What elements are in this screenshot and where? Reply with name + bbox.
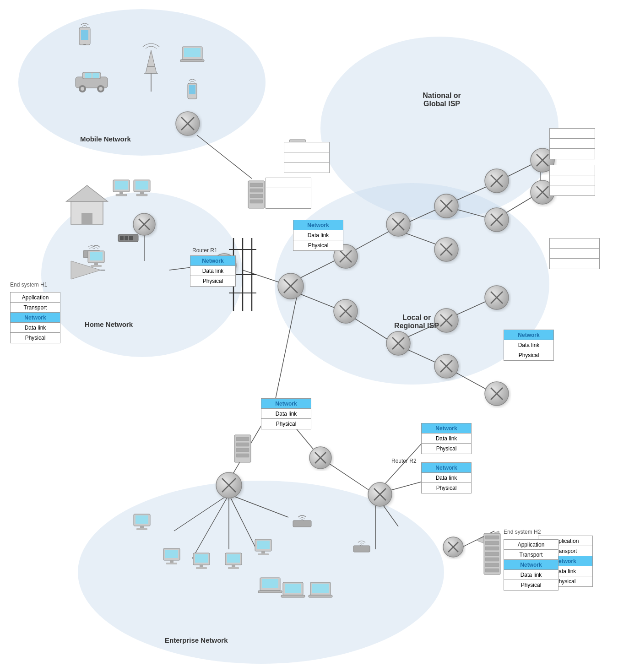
svg-point-86 (434, 354, 458, 378)
snr1-r3 (550, 149, 595, 159)
svg-rect-144 (134, 514, 150, 526)
router-home-main (133, 213, 155, 235)
svg-rect-179 (485, 552, 499, 556)
svg-rect-129 (119, 192, 123, 194)
car-icon (76, 72, 108, 92)
svg-rect-130 (116, 194, 127, 196)
svg-rect-166 (262, 579, 278, 588)
svg-rect-163 (258, 553, 269, 555)
svg-rect-148 (163, 548, 180, 560)
svg-line-3 (243, 270, 284, 284)
snr2-r2 (550, 175, 595, 185)
mobile-network-label: Mobile Network (80, 135, 131, 143)
mobile-network-region (18, 9, 266, 156)
svg-line-33 (320, 458, 375, 494)
svg-rect-175 (484, 533, 500, 574)
comp-ent-3 (193, 553, 210, 569)
stack-local-right-2 (549, 238, 600, 269)
slr1-network: Network (504, 330, 553, 340)
wifi-home (83, 246, 100, 258)
svg-rect-132 (136, 181, 148, 190)
svg-point-56 (334, 299, 358, 323)
svg-rect-109 (83, 44, 86, 45)
svg-rect-192 (250, 183, 263, 187)
comp-ent-4 (225, 553, 242, 569)
computer-home-1 (113, 180, 130, 196)
svg-line-97 (374, 488, 386, 500)
slr2-row1 (550, 238, 599, 249)
svg-rect-142 (94, 263, 98, 265)
sn-left-row3 (284, 163, 329, 173)
svg-rect-157 (227, 554, 240, 563)
svg-line-76 (491, 214, 503, 226)
svg-line-105 (448, 542, 458, 552)
svg-rect-123 (184, 48, 201, 57)
slcl-datalink: Data link (261, 409, 311, 419)
svg-rect-167 (258, 591, 282, 593)
national-isp-label: National orGlobal ISP (401, 92, 483, 108)
svg-line-42 (181, 117, 194, 130)
comp-ent-2 (163, 548, 180, 564)
router-enterprise-sub (309, 447, 331, 469)
svg-rect-137 (125, 236, 128, 240)
svg-rect-171 (310, 582, 331, 595)
sr2l-network: Network (422, 463, 471, 473)
end-system-h1-label: End system H1 (10, 282, 47, 288)
svg-rect-194 (250, 194, 263, 198)
svg-line-14 (394, 206, 444, 229)
router-r1-label: Router R1 (192, 247, 217, 254)
svg-rect-126 (189, 85, 195, 94)
svg-point-71 (485, 169, 509, 193)
svg-point-101 (309, 447, 331, 469)
svg-line-63 (392, 337, 404, 349)
svg-point-113 (81, 87, 84, 91)
laptop-ent-2 (281, 582, 305, 597)
svg-rect-147 (136, 528, 147, 530)
svg-rect-122 (182, 47, 202, 60)
svg-line-57 (340, 305, 352, 317)
wireless-ent (293, 515, 311, 527)
svg-rect-200 (236, 454, 249, 457)
svg-rect-176 (485, 536, 499, 539)
router-local-4 (485, 382, 509, 406)
h2-physical: Physical (504, 580, 558, 590)
svg-rect-125 (188, 83, 197, 99)
svg-line-36 (375, 494, 398, 526)
router-national-1 (386, 212, 410, 236)
svg-line-25 (275, 293, 298, 403)
end-system-h2-stack: Application Transport Network Data link … (504, 539, 559, 591)
sc-top-row2 (266, 188, 311, 198)
svg-line-16 (444, 183, 494, 206)
stack-central-top (266, 178, 311, 209)
suc-physical: Physical (293, 240, 343, 250)
svg-line-15 (394, 229, 444, 247)
svg-rect-139 (83, 250, 100, 258)
svg-rect-110 (76, 77, 108, 88)
suc-network: Network (293, 220, 343, 230)
enterprise-network-label: Enterprise Network (165, 636, 228, 644)
snr2-r1 (550, 165, 595, 175)
server-h2 (484, 533, 500, 574)
svg-rect-168 (283, 582, 303, 595)
svg-rect-169 (285, 584, 301, 593)
svg-rect-133 (140, 192, 144, 194)
router-national-2 (386, 331, 410, 355)
diagram-container: End system H1 Application Transport Netw… (0, 0, 629, 672)
svg-line-24 (444, 366, 494, 394)
svg-rect-138 (129, 236, 133, 240)
suc-datalink: Data link (293, 230, 343, 240)
slr2-row3 (550, 259, 599, 269)
svg-point-114 (97, 85, 104, 92)
router-central-1 (278, 273, 304, 299)
svg-line-58 (340, 305, 352, 317)
svg-marker-119 (146, 50, 157, 73)
svg-line-79 (537, 154, 548, 166)
router-local-2 (434, 354, 458, 378)
svg-line-18 (494, 160, 540, 183)
svg-rect-141 (90, 252, 103, 260)
svg-rect-174 (353, 546, 370, 552)
router-enterprise-right (443, 537, 463, 557)
svg-line-87 (440, 360, 452, 372)
svg-line-82 (537, 186, 548, 198)
stack-r2-lower: Network Data link Physical (421, 462, 472, 493)
